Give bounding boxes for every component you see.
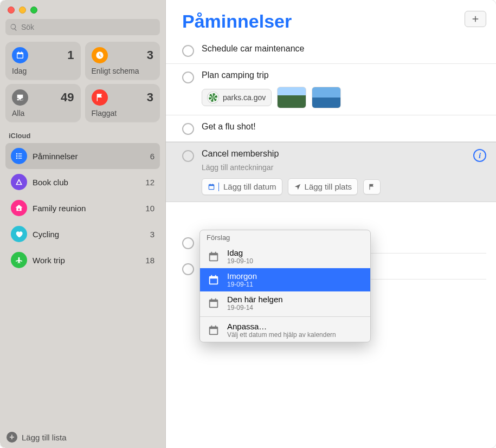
calendar-icon bbox=[207, 324, 221, 337]
reminder-title[interactable]: Cancel membership bbox=[202, 149, 485, 159]
list-name: Work trip bbox=[33, 256, 140, 265]
sidebar: Sök 1 Idag 3 bbox=[0, 0, 166, 448]
sidebar-item-work-trip[interactable]: Work trip 18 bbox=[5, 247, 160, 273]
complete-toggle[interactable] bbox=[182, 237, 194, 249]
info-button[interactable]: i bbox=[473, 149, 486, 162]
add-list-label: Lägg till lista bbox=[22, 433, 67, 442]
link-label: parks.ca.gov bbox=[223, 93, 266, 102]
complete-toggle[interactable] bbox=[182, 150, 194, 162]
list-name: Family reunion bbox=[33, 204, 140, 213]
suggestion-label: Imorgon bbox=[227, 271, 257, 281]
date-suggestion-tomorrow[interactable]: Imorgon 19-09-11 bbox=[200, 268, 370, 291]
reminder-row[interactable]: Get a flu shot! bbox=[166, 115, 496, 142]
list-count: 12 bbox=[145, 178, 154, 187]
smart-count: 3 bbox=[147, 90, 153, 105]
complete-toggle[interactable] bbox=[182, 263, 194, 275]
search-placeholder: Sök bbox=[21, 23, 34, 31]
notes-placeholder[interactable]: Lägg till anteckningar bbox=[202, 163, 485, 172]
complete-toggle[interactable] bbox=[182, 45, 194, 57]
reminder-row[interactable]: Schedule car maintenance bbox=[166, 37, 496, 64]
smart-label: Flaggat bbox=[92, 109, 154, 118]
flag-icon bbox=[92, 89, 108, 106]
separator bbox=[200, 316, 370, 317]
sidebar-item-book-club[interactable]: Book club 12 bbox=[5, 169, 160, 195]
date-suggestion-today[interactable]: Idag 19-09-10 bbox=[200, 245, 370, 268]
calendar-icon bbox=[207, 297, 221, 310]
smart-label: Enligt schema bbox=[92, 67, 154, 75]
close-window-button[interactable] bbox=[8, 7, 15, 14]
minimize-window-button[interactable] bbox=[19, 7, 26, 14]
add-list-button[interactable]: + Lägg till lista bbox=[7, 432, 67, 443]
suggestion-label: Idag bbox=[227, 248, 253, 257]
attachments: parks.ca.gov bbox=[202, 87, 485, 108]
list-count: 18 bbox=[145, 256, 154, 265]
add-date-chip[interactable]: Lägg till datum bbox=[202, 178, 282, 195]
link-attachment[interactable]: parks.ca.gov bbox=[202, 89, 272, 106]
text-cursor bbox=[218, 183, 219, 191]
house-icon bbox=[11, 200, 27, 216]
list-name: Cycling bbox=[33, 230, 145, 239]
search-icon bbox=[10, 23, 18, 31]
date-suggestion-custom[interactable]: Anpassa… Välj ett datum med hjälp av kal… bbox=[200, 319, 370, 342]
add-date-label: Lägg till datum bbox=[223, 182, 276, 191]
clock-icon bbox=[92, 47, 108, 63]
suggestion-label: Den här helgen bbox=[227, 295, 283, 304]
tray-icon bbox=[12, 89, 28, 106]
date-suggestions-popover: Förslag Idag 19-09-10 Imorgon 19-09-11 D… bbox=[199, 230, 371, 342]
flag-chip[interactable] bbox=[363, 179, 381, 194]
svg-rect-1 bbox=[18, 153, 22, 154]
smart-count: 1 bbox=[67, 48, 74, 62]
add-reminder-button[interactable] bbox=[465, 11, 486, 27]
complete-toggle[interactable] bbox=[182, 72, 194, 83]
zoom-window-button[interactable] bbox=[30, 7, 37, 14]
calendar-icon bbox=[207, 250, 221, 263]
reminder-title: Schedule car maintenance bbox=[202, 44, 485, 54]
list-name: Book club bbox=[33, 178, 140, 187]
flag-icon bbox=[368, 183, 376, 191]
add-location-label: Lägg till plats bbox=[305, 182, 352, 191]
reminder-list: Schedule car maintenance Plan camping tr… bbox=[166, 35, 496, 202]
list-count: 6 bbox=[150, 152, 154, 161]
tent-icon bbox=[11, 174, 27, 190]
sidebar-item-paminnelser[interactable]: Påminnelser 6 bbox=[5, 143, 160, 169]
add-location-chip[interactable]: Lägg till plats bbox=[288, 178, 358, 195]
sidebar-item-family-reunion[interactable]: Family reunion 10 bbox=[5, 195, 160, 221]
date-suggestion-weekend[interactable]: Den här helgen 19-09-14 bbox=[200, 291, 370, 315]
complete-toggle[interactable] bbox=[182, 123, 194, 135]
window-controls bbox=[5, 4, 160, 19]
smart-label: Idag bbox=[12, 67, 74, 75]
image-attachment[interactable] bbox=[277, 87, 306, 108]
favicon-icon bbox=[208, 92, 218, 103]
calendar-icon bbox=[207, 274, 221, 287]
reminder-title: Get a flu shot! bbox=[202, 122, 485, 132]
plus-icon bbox=[471, 14, 480, 24]
suggestion-label: Anpassa… bbox=[227, 322, 336, 331]
svg-point-4 bbox=[16, 158, 18, 159]
smart-list-today[interactable]: 1 Idag bbox=[5, 42, 81, 80]
suggestion-date: 19-09-14 bbox=[227, 304, 283, 311]
smart-lists: 1 Idag 3 Enligt schema bbox=[5, 42, 160, 122]
svg-point-2 bbox=[16, 155, 18, 157]
list-count: 10 bbox=[145, 204, 154, 213]
smart-list-flagged[interactable]: 3 Flaggat bbox=[85, 84, 160, 122]
sidebar-item-cycling[interactable]: Cycling 3 bbox=[5, 221, 160, 247]
image-attachment[interactable] bbox=[312, 87, 341, 108]
reminder-row-editing[interactable]: Cancel membership Lägg till anteckningar… bbox=[166, 142, 496, 202]
svg-rect-3 bbox=[18, 155, 22, 156]
smart-list-all[interactable]: 49 Alla bbox=[5, 84, 81, 122]
popover-header: Förslag bbox=[200, 230, 370, 245]
smart-label: Alla bbox=[12, 109, 74, 118]
list-name: Påminnelser bbox=[33, 152, 145, 161]
page-title: Påminnelser bbox=[182, 11, 292, 32]
user-lists: Påminnelser 6 Book club 12 Family reunio… bbox=[5, 143, 160, 273]
smart-list-scheduled[interactable]: 3 Enligt schema bbox=[85, 42, 160, 80]
plus-circle-icon: + bbox=[7, 432, 17, 443]
quick-actions: Lägg till datum Lägg till plats bbox=[202, 178, 485, 195]
reminder-row[interactable]: Plan camping trip parks.ca.gov bbox=[166, 64, 496, 115]
calendar-icon bbox=[12, 47, 28, 63]
main-panel: Påminnelser Schedule car maintenance Pla… bbox=[166, 0, 496, 448]
search-input[interactable]: Sök bbox=[5, 19, 160, 35]
location-arrow-icon bbox=[294, 183, 301, 191]
smart-count: 49 bbox=[61, 90, 74, 105]
suggestion-sub: Välj ett datum med hjälp av kalendern bbox=[227, 331, 336, 339]
